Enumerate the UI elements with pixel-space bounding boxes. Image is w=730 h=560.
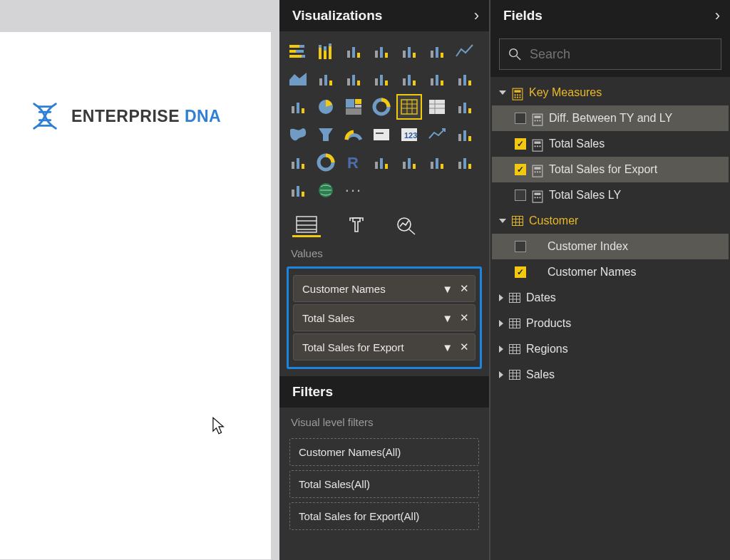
viz-type-pie[interactable] (313, 94, 339, 120)
chevron-down-icon[interactable]: ▼ (442, 341, 453, 353)
viz-type-card[interactable] (369, 122, 394, 147)
field-group-regions[interactable]: Regions (492, 336, 729, 362)
field-item[interactable]: Total Sales (492, 131, 729, 157)
svg-rect-75 (297, 158, 299, 169)
field-group-dates[interactable]: Dates (492, 285, 729, 311)
field-item[interactable]: Diff. Between TY and LY (492, 105, 729, 131)
visual-filter-item[interactable]: Customer Names(All) (289, 438, 479, 466)
chevron-right-icon[interactable]: › (715, 6, 720, 25)
value-field-pill[interactable]: Total Sales for Export ▼ ✕ (293, 333, 475, 361)
viz-type-blank2[interactable] (452, 150, 478, 175)
viz-type-line[interactable] (452, 38, 478, 64)
viz-type-donut2[interactable] (313, 150, 339, 175)
viz-type-stacked-bar[interactable] (285, 38, 311, 64)
viz-type-table[interactable] (396, 94, 422, 120)
viz-type-paginated[interactable] (285, 177, 311, 203)
field-item-label: Total Sales for Export (549, 163, 657, 176)
viz-type-gauge[interactable] (341, 122, 366, 147)
viz-type-globe[interactable] (313, 177, 339, 203)
field-item[interactable]: Total Sales for Export (492, 157, 729, 182)
field-checkbox[interactable] (515, 190, 526, 201)
viz-type-clustered-column[interactable] (369, 38, 394, 64)
remove-field-icon[interactable]: ✕ (460, 311, 469, 324)
viz-type-custom-visual[interactable] (424, 150, 450, 175)
svg-rect-82 (403, 162, 406, 169)
field-checkbox[interactable] (515, 164, 526, 175)
svg-rect-38 (408, 75, 411, 85)
remove-field-icon[interactable]: ✕ (460, 341, 469, 353)
svg-rect-47 (297, 103, 299, 113)
field-item[interactable]: Customer Names (492, 259, 729, 285)
svg-rect-60 (429, 100, 445, 114)
viz-type-stacked-area[interactable] (313, 66, 339, 92)
svg-rect-131 (513, 217, 523, 226)
field-group-label: Sales (526, 368, 555, 381)
viz-type-area[interactable] (285, 66, 311, 92)
svg-rect-81 (385, 164, 388, 169)
value-field-pill[interactable]: Total Sales ▼ ✕ (293, 304, 475, 331)
analytics-tab[interactable] (392, 213, 421, 237)
viz-type-arcgis[interactable] (285, 150, 311, 175)
svg-rect-36 (385, 81, 388, 85)
value-field-pill[interactable]: Customer Names ▼ ✕ (293, 275, 475, 302)
viz-type-donut[interactable] (369, 94, 394, 120)
field-checkbox[interactable] (515, 241, 526, 252)
viz-type-waterfall[interactable] (424, 66, 450, 92)
field-group-key-measures[interactable]: Key Measures (492, 80, 729, 105)
visualizations-header[interactable]: Visualizations › (279, 0, 489, 31)
field-item-label: Customer Index (548, 240, 628, 253)
svg-rect-40 (431, 78, 433, 85)
viz-type-slicer[interactable] (452, 122, 478, 147)
viz-type-kpi[interactable] (424, 122, 450, 147)
fields-search-input[interactable] (530, 47, 712, 62)
svg-rect-51 (355, 99, 361, 104)
viz-type-r-visual[interactable]: R (341, 150, 366, 175)
svg-rect-13 (324, 46, 327, 51)
table-icon (509, 370, 520, 380)
field-group-customer[interactable]: Customer (492, 208, 729, 234)
viz-type-treemap[interactable] (341, 94, 366, 120)
report-canvas[interactable]: ENTERPRISE DNA (0, 0, 279, 560)
viz-type-multi-row-card[interactable]: 123 (396, 122, 422, 147)
field-item[interactable]: Total Sales LY (492, 182, 729, 208)
field-group-products[interactable]: Products (492, 311, 729, 336)
viz-type-blank[interactable] (452, 94, 478, 120)
visual-filter-item[interactable]: Total Sales(All) (289, 470, 479, 498)
svg-rect-48 (302, 108, 304, 113)
field-checkbox[interactable] (515, 138, 526, 150)
field-checkbox[interactable] (515, 113, 526, 124)
chevron-right-icon[interactable]: › (474, 6, 479, 25)
viz-type-line-clustered-column[interactable] (369, 66, 394, 92)
viz-type-funnel[interactable] (313, 122, 339, 147)
viz-type-key-influencers[interactable] (396, 150, 422, 175)
viz-type-clustered-bar[interactable] (341, 38, 366, 64)
format-tab[interactable] (342, 213, 371, 237)
viz-type-scatter-small[interactable] (285, 94, 311, 120)
field-item[interactable]: Customer Index (492, 234, 729, 259)
viz-type-line-stacked-column[interactable] (341, 66, 366, 92)
measure-icon (532, 165, 543, 175)
viz-type-100-stacked-bar[interactable] (396, 38, 422, 64)
viz-type-ribbon[interactable] (396, 66, 422, 92)
report-page[interactable]: ENTERPRISE DNA (0, 32, 271, 559)
visual-filter-item[interactable]: Total Sales for Export(All) (289, 502, 479, 530)
fields-tab[interactable] (292, 213, 321, 237)
viz-type-more[interactable]: ··· (341, 177, 366, 203)
viz-type-100-stacked-column[interactable] (424, 38, 450, 64)
viz-type-matrix[interactable] (424, 94, 450, 120)
chevron-down-icon[interactable]: ▼ (442, 312, 453, 324)
remove-field-icon[interactable]: ✕ (460, 282, 469, 295)
values-field-well[interactable]: Customer Names ▼ ✕ Total Sales ▼ ✕ Total… (287, 266, 482, 369)
field-group-sales[interactable]: Sales (492, 362, 729, 388)
field-checkbox[interactable] (515, 266, 526, 278)
svg-rect-80 (380, 158, 383, 169)
chevron-down-icon[interactable]: ▼ (442, 283, 453, 295)
fields-search-box[interactable] (499, 38, 721, 70)
viz-type-scatter[interactable] (452, 66, 478, 92)
viz-type-stacked-column[interactable] (313, 38, 339, 64)
viz-type-python-visual[interactable] (369, 150, 394, 175)
viz-type-map[interactable] (285, 122, 311, 147)
filters-header[interactable]: Filters (279, 376, 489, 408)
fields-header[interactable]: Fields › (490, 0, 730, 31)
svg-point-128 (534, 197, 535, 198)
